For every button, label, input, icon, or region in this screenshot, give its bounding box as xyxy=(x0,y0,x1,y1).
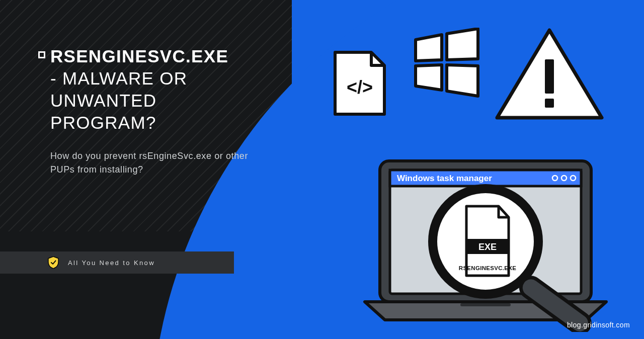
warning-triangle-icon xyxy=(493,26,606,124)
sub-question: How do you prevent rsEngineSvc.exe or ot… xyxy=(50,149,264,178)
shield-icon xyxy=(48,257,59,269)
file-badge-text: EXE xyxy=(478,242,497,252)
main-subtitle: - MALWARE OR UNWANTED PROGRAM? xyxy=(50,67,264,134)
illustration-area: </> Windows task manager xyxy=(292,0,644,339)
headline-block: RSENGINESVC.EXE - MALWARE OR UNWANTED PR… xyxy=(47,46,264,177)
code-file-icon: </> xyxy=(332,49,387,117)
windows-icon xyxy=(407,28,482,98)
footer-url: blog.gridinsoft.com xyxy=(567,321,630,329)
window-title-text: Windows task manager xyxy=(397,174,492,183)
code-symbol-text: </> xyxy=(347,77,373,98)
bullet-square-icon xyxy=(38,51,45,58)
tag-label: All You Need to Know xyxy=(68,259,155,267)
laptop-illustration: Windows task manager EXE xyxy=(350,146,621,332)
exe-file-icon: EXE RSENGINESVC.EXE xyxy=(459,206,516,276)
main-title: RSENGINESVC.EXE xyxy=(50,46,264,66)
svg-rect-1 xyxy=(545,99,554,108)
tag-bar: All You Need to Know xyxy=(0,251,234,274)
svg-rect-8 xyxy=(460,303,511,306)
svg-rect-0 xyxy=(545,59,554,94)
file-name-text: RSENGINESVC.EXE xyxy=(459,265,516,271)
